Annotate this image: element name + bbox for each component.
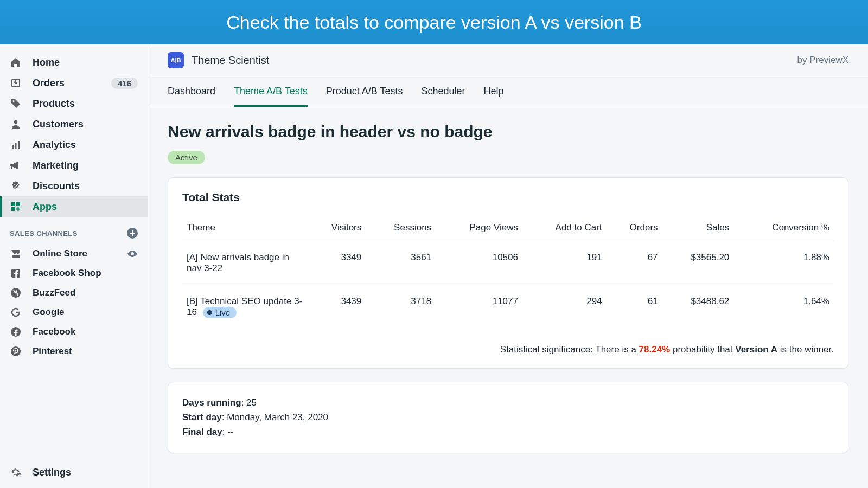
col-visitors: Visitors [307,216,366,241]
channel-online-store[interactable]: Online Store [0,244,148,264]
sig-percent: 78.24% [639,344,671,355]
sig-suffix: is the winner. [777,344,834,355]
cell-value: 294 [522,285,607,330]
cell-value: 3349 [307,241,366,285]
google-icon [10,306,22,318]
sidebar: Home Orders 416 Products Customers Analy… [0,44,148,488]
channel-label: Google [33,307,65,318]
sidebar-item-orders[interactable]: Orders 416 [0,73,148,93]
main-pane: A|B Theme Scientist by PreviewX Dashboar… [148,44,868,488]
svg-rect-3 [15,143,17,149]
cell-value: 67 [607,241,662,285]
sig-prefix: Statistical significance: There is a [500,344,639,355]
days-running: Days running: 25 [182,395,834,410]
cell-value: 3718 [366,285,436,330]
significance-line: Statistical significance: There is a 78.… [182,329,834,355]
cell-theme: [B] Technical SEO update 3-16 Live [182,285,307,330]
tab-help[interactable]: Help [484,76,504,107]
cell-value: 1.64% [733,285,834,330]
tab-theme-ab-tests[interactable]: Theme A/B Tests [234,76,308,107]
sidebar-item-label: Customers [33,119,138,130]
sig-version: Version A [735,344,777,355]
sidebar-item-home[interactable]: Home [0,52,148,73]
status-badge: Active [168,151,205,164]
app-title: Theme Scientist [192,54,269,67]
col-orders: Orders [607,216,662,241]
live-badge: Live [203,307,237,318]
channel-pinterest[interactable]: Pinterest [0,342,148,361]
channel-facebook[interactable]: Facebook [0,322,148,342]
cell-value: 10506 [436,241,522,285]
sales-channels-header: SALES CHANNELS [0,217,148,244]
cell-value: $3565.20 [662,241,734,285]
svg-point-1 [14,120,17,124]
svg-rect-5 [11,202,15,206]
gear-icon [10,466,22,478]
inbox-icon [10,77,22,89]
channel-label: Pinterest [33,346,72,357]
eye-icon[interactable] [127,248,138,259]
page-title: New arrivals badge in header vs no badge [168,123,848,141]
sidebar-item-label: Marketing [33,160,138,171]
cell-value: 1.88% [733,241,834,285]
sidebar-item-label: Discounts [33,181,138,192]
tab-dashboard[interactable]: Dashboard [168,76,215,107]
apps-icon [10,201,22,213]
cell-theme: [A] New arrivals badge in nav 3-22 [182,241,307,285]
app-vendor: by PreviewX [797,55,848,66]
sidebar-item-label: Orders [33,78,111,89]
sidebar-item-apps[interactable]: Apps [0,196,148,217]
add-channel-icon[interactable] [127,228,138,239]
facebook-circle-icon [10,326,22,338]
sidebar-item-label: Analytics [33,139,138,151]
channel-label: Online Store [33,248,127,259]
sidebar-item-analytics[interactable]: Analytics [0,134,148,155]
meta-card: Days running: 25 Start day: Monday, Marc… [168,382,848,453]
col-add-to-cart: Add to Cart [522,216,607,241]
person-icon [10,118,22,130]
channel-label: BuzzFeed [33,287,75,298]
col-conversion: Conversion % [733,216,834,241]
col-theme: Theme [182,216,307,241]
sidebar-item-marketing[interactable]: Marketing [0,155,148,176]
sidebar-item-label: Home [33,57,138,68]
pinterest-icon [10,345,22,357]
content: New arrivals badge in header vs no badge… [148,107,868,488]
sidebar-item-discounts[interactable]: Discounts [0,176,148,196]
sidebar-item-label: Products [33,98,138,110]
channel-google[interactable]: Google [0,303,148,322]
sidebar-item-settings[interactable]: Settings [0,460,148,488]
facebook-square-icon [10,267,22,279]
channel-label: Facebook [33,326,75,337]
section-label: SALES CHANNELS [10,229,78,237]
tab-scheduler[interactable]: Scheduler [422,76,465,107]
col-sessions: Sessions [366,216,436,241]
cell-value: 191 [522,241,607,285]
cell-value: $3488.62 [662,285,734,330]
tab-product-ab-tests[interactable]: Product A/B Tests [326,76,403,107]
tabs: Dashboard Theme A/B Tests Product A/B Te… [148,76,868,107]
sidebar-item-label: Settings [33,467,71,478]
cell-value: 3561 [366,241,436,285]
channel-buzzfeed[interactable]: BuzzFeed [0,283,148,303]
channel-facebook-shop[interactable]: Facebook Shop [0,264,148,283]
final-day: Final day: -- [182,425,834,439]
card-heading: Total Stats [182,191,834,204]
orders-count-badge: 416 [111,78,138,89]
home-icon [10,56,22,68]
app-logo: A|B [168,52,184,68]
sig-mid: probability that [670,344,735,355]
sidebar-item-products[interactable]: Products [0,93,148,114]
svg-point-11 [11,346,21,356]
total-stats-card: Total Stats Theme Visitors Sessions Page… [168,177,848,369]
sidebar-item-label: Apps [33,201,138,213]
table-row: [B] Technical SEO update 3-16 Live343937… [182,285,834,330]
cell-value: 11077 [436,285,522,330]
store-icon [10,248,22,260]
sidebar-item-customers[interactable]: Customers [0,114,148,134]
app-header: A|B Theme Scientist by PreviewX [148,44,868,76]
col-sales: Sales [662,216,734,241]
svg-rect-4 [18,141,20,149]
tag-icon [10,98,22,110]
table-row: [A] New arrivals badge in nav 3-22334935… [182,241,834,285]
